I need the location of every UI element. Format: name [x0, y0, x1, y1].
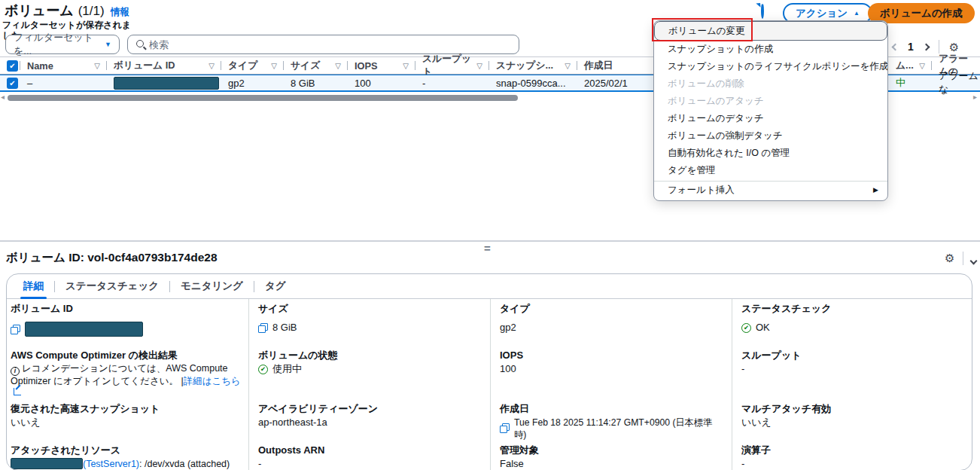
info-link[interactable]: 情報: [111, 6, 129, 19]
field-compute-optimizer: AWS Compute Optimizer の検出結果 iレコメンデーションにつ…: [7, 346, 248, 399]
sort-icon[interactable]: ▽: [476, 62, 482, 70]
column-header-name[interactable]: Name ▽: [20, 57, 106, 74]
menu-item-modify-volume[interactable]: ボリュームの変更: [654, 21, 887, 41]
field-managed: 管理対象 False: [490, 441, 732, 470]
field-volume-state: ボリュームの状態 ✔ 使用中: [248, 346, 490, 399]
panel-header-divider: [963, 252, 963, 265]
copy-icon[interactable]: [258, 323, 268, 333]
sort-icon[interactable]: ▽: [919, 62, 925, 70]
info-icon: i: [11, 367, 20, 376]
pagination: 1 ⚙: [893, 39, 959, 54]
details-grid: ボリューム ID サイズ 8 GiB タイプ gp2 ステータスチェック: [7, 299, 972, 470]
instance-link[interactable]: (TestServer1): [83, 459, 139, 469]
field-multi-attach: マルチアタッチ有効 いいえ: [732, 399, 972, 441]
refresh-icon: [761, 3, 764, 19]
column-header-snapshot[interactable]: スナップシ... ▽: [488, 57, 577, 74]
sort-icon[interactable]: ▽: [94, 62, 100, 70]
menu-item-detach-volume[interactable]: ボリュームのデタッチ: [654, 110, 887, 127]
field-throughput: スループット -: [732, 346, 972, 399]
current-page-number[interactable]: 1: [908, 41, 914, 53]
tab-monitoring[interactable]: モニタリング: [170, 274, 254, 298]
check-circle-icon: ✔: [258, 365, 268, 374]
caret-up-icon: ▲: [854, 10, 860, 17]
copy-icon[interactable]: [500, 423, 510, 433]
cell-alarm: アラームな: [931, 75, 980, 90]
split-panel-title: ボリューム ID: vol-0cf4a0793b174de28: [6, 250, 218, 266]
cell-volume-state-truncated: 中: [888, 75, 931, 90]
column-header-throughput[interactable]: スループット ▽: [415, 57, 488, 74]
menu-item-manage-auto-enabled-io[interactable]: 自動有効化された I/O の管理: [654, 145, 887, 162]
sort-icon[interactable]: ▽: [403, 62, 409, 70]
search-icon: [135, 39, 146, 50]
field-availability-zone: アベイラビリティーゾーン ap-northeast-1a: [248, 399, 490, 441]
field-outposts-arn: Outposts ARN -: [248, 441, 490, 470]
redacted-volume-id: [114, 77, 219, 90]
field-fast-snapshot-restore: 復元された高速スナップショット いいえ: [7, 399, 248, 441]
column-header-type[interactable]: タイプ ▽: [221, 57, 283, 74]
menu-item-create-lifecycle-policy[interactable]: スナップショットのライフサイクルポリシーを作成: [654, 58, 887, 75]
column-header-volume-id[interactable]: ボリューム ID ▽: [106, 57, 221, 74]
submenu-arrow-icon: ▶: [873, 182, 878, 199]
check-circle-icon: ✔: [741, 323, 751, 333]
learn-more-link[interactable]: 詳細はこちら: [184, 376, 241, 386]
filter-set-select[interactable]: フィルターセットを... ▼: [5, 35, 120, 54]
external-link-icon: [14, 388, 21, 395]
sort-icon[interactable]: ▽: [565, 62, 571, 70]
menu-item-create-snapshot[interactable]: スナップショットの作成: [654, 41, 887, 58]
field-type: タイプ gp2: [490, 299, 732, 346]
actions-dropdown-menu: ボリュームの変更 スナップショットの作成 スナップショットのライフサイクルポリシ…: [653, 20, 888, 201]
row-checkbox-cell: ✔: [0, 75, 20, 90]
select-all-checkbox-cell: ✔: [0, 57, 20, 74]
copy-icon[interactable]: [11, 325, 20, 334]
field-attached-resources: アタッチされたリソース (TestServer1): /dev/xvda (at…: [7, 441, 248, 470]
next-page-icon[interactable]: [922, 43, 930, 50]
page-title-count: (1/1): [78, 4, 105, 19]
field-size: サイズ 8 GiB: [248, 299, 490, 346]
scroll-left-arrow-icon[interactable]: ◂: [1, 93, 5, 101]
previous-page-icon[interactable]: [892, 43, 899, 50]
tab-details[interactable]: 詳細: [13, 274, 54, 298]
sort-icon[interactable]: ▽: [208, 62, 215, 70]
sort-icon[interactable]: ▽: [335, 62, 341, 70]
table-settings-gear-icon[interactable]: ⚙: [949, 41, 959, 53]
details-tabs: 詳細 ステータスチェック モニタリング タグ: [7, 274, 972, 299]
cell-snapshot: snap-0599cca...: [488, 75, 577, 90]
column-header-volume-state-truncated[interactable]: ム... ▽: [888, 57, 931, 74]
cell-size: 8 GiB: [283, 75, 347, 90]
column-header-iops[interactable]: IOPS ▽: [347, 57, 415, 74]
redacted-volume-id-value: [25, 322, 143, 337]
menu-item-force-detach-volume[interactable]: ボリュームの強制デタッチ: [654, 127, 887, 145]
menu-item-fault-injection[interactable]: フォールト挿入 ▶: [654, 182, 887, 199]
tab-tags[interactable]: タグ: [254, 274, 297, 298]
field-operator: 演算子 -: [732, 441, 972, 470]
search-box[interactable]: [127, 35, 519, 54]
scrollbar-thumb[interactable]: [8, 95, 518, 101]
row-checkbox[interactable]: ✔: [7, 78, 18, 89]
tab-status-checks[interactable]: ステータスチェック: [55, 274, 169, 298]
panel-collapse-chevron-icon[interactable]: [971, 253, 976, 267]
column-header-size[interactable]: サイズ ▽: [283, 57, 347, 74]
cell-throughput: -: [415, 75, 488, 90]
panel-settings-gear-icon[interactable]: ⚙: [945, 252, 954, 265]
scroll-right-arrow-icon[interactable]: ▸: [973, 93, 977, 101]
volume-details-card: 詳細 ステータスチェック モニタリング タグ ボリューム ID サイズ: [6, 273, 972, 470]
field-status-check: ステータスチェック ✔ OK: [732, 299, 972, 346]
page-title: ボリューム: [5, 2, 74, 20]
split-panel-resize-handle[interactable]: =: [484, 242, 491, 255]
search-input[interactable]: [149, 39, 519, 50]
actions-button-label: アクション: [796, 7, 848, 20]
menu-item-attach-volume: ボリュームのアタッチ: [654, 93, 887, 110]
refresh-button[interactable]: [761, 5, 776, 20]
cell-volume-id: [106, 75, 221, 90]
select-all-checkbox[interactable]: ✔: [7, 60, 18, 72]
caret-down-icon: ▼: [105, 41, 111, 48]
field-created: 作成日 Tue Feb 18 2025 11:14:27 GMT+0900 (日…: [490, 399, 732, 441]
field-volume-id: ボリューム ID: [7, 299, 248, 346]
menu-item-delete-volume: ボリュームの削除: [654, 75, 887, 93]
menu-item-manage-tags[interactable]: タグを管理: [654, 162, 887, 179]
sort-icon[interactable]: ▽: [271, 62, 277, 70]
create-volume-button-label: ボリュームの作成: [880, 7, 963, 20]
ec2-volumes-page: ボリューム (1/1) 情報 フィルターセットが保存されました アクション ▲ …: [0, 0, 980, 470]
filter-set-select-value: フィルターセットを...: [14, 31, 105, 58]
cell-type: gp2: [221, 75, 283, 90]
